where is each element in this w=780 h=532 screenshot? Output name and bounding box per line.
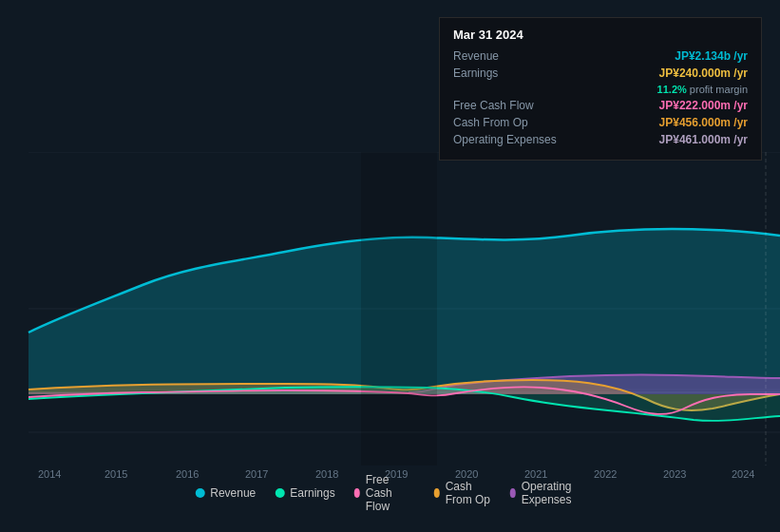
chart-container: Mar 31 2024 Revenue JP¥2.134b /yr Earnin…	[0, 0, 780, 532]
x-label-2014: 2014	[38, 468, 61, 480]
legend-label-earnings: Earnings	[290, 486, 334, 500]
legend-earnings[interactable]: Earnings	[275, 486, 334, 500]
tooltip-date: Mar 31 2024	[453, 28, 748, 42]
tooltip-value-earnings: JP¥240.000m /yr	[659, 66, 748, 80]
tooltip-value-margin: 11.2% profit margin	[657, 84, 748, 95]
tooltip-label-earnings: Earnings	[453, 66, 567, 80]
tooltip-box: Mar 31 2024 Revenue JP¥2.134b /yr Earnin…	[439, 17, 762, 161]
legend-dot-cashfromop	[434, 488, 440, 498]
legend-revenue[interactable]: Revenue	[195, 486, 256, 500]
tooltip-row-margin: 11.2% profit margin	[453, 84, 748, 95]
legend-opex[interactable]: Operating Expenses	[510, 480, 585, 506]
legend-dot-opex	[510, 488, 516, 498]
chart-legend: Revenue Earnings Free Cash Flow Cash Fro…	[195, 473, 585, 513]
tooltip-label-fcf: Free Cash Flow	[453, 99, 567, 112]
tooltip-row-earnings: Earnings JP¥240.000m /yr	[453, 66, 748, 80]
x-label-2024: 2024	[732, 468, 754, 480]
legend-label-opex: Operating Expenses	[522, 480, 585, 506]
legend-label-fcf: Free Cash Flow	[366, 473, 415, 513]
x-label-2022: 2022	[594, 468, 617, 480]
x-label-2015: 2015	[105, 468, 127, 480]
legend-dot-earnings	[275, 488, 284, 498]
tooltip-value-revenue: JP¥2.134b /yr	[675, 49, 748, 63]
tooltip-row-revenue: Revenue JP¥2.134b /yr	[453, 49, 748, 63]
legend-cashfromop[interactable]: Cash From Op	[434, 480, 491, 506]
tooltip-row-fcf: Free Cash Flow JP¥222.000m /yr	[453, 99, 748, 112]
tooltip-value-opex: JP¥461.000m /yr	[659, 133, 748, 146]
tooltip-label-revenue: Revenue	[453, 49, 567, 63]
x-label-2023: 2023	[663, 468, 686, 480]
tooltip-label-opex: Operating Expenses	[453, 133, 567, 146]
tooltip-row-opex: Operating Expenses JP¥461.000m /yr	[453, 133, 748, 146]
tooltip-label-cashfromop: Cash From Op	[453, 116, 567, 129]
legend-label-revenue: Revenue	[210, 486, 256, 500]
legend-label-cashfromop: Cash From Op	[446, 480, 491, 506]
legend-dot-revenue	[195, 488, 204, 498]
tooltip-row-cashfromop: Cash From Op JP¥456.000m /yr	[453, 116, 748, 129]
chart-svg	[0, 152, 780, 466]
tooltip-value-fcf: JP¥222.000m /yr	[659, 99, 748, 112]
svg-rect-6	[361, 152, 437, 466]
tooltip-value-cashfromop: JP¥456.000m /yr	[659, 116, 748, 129]
legend-fcf[interactable]: Free Cash Flow	[354, 473, 415, 513]
legend-dot-fcf	[354, 488, 360, 498]
